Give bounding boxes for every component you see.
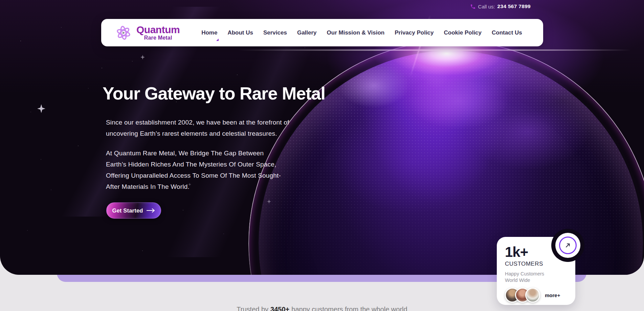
- star-field: [0, 0, 1, 1]
- customers-count-label: CUSTOMERS: [505, 261, 575, 267]
- nav-item-gallery[interactable]: Gallery: [297, 29, 317, 36]
- get-started-label: Get Started: [112, 207, 143, 214]
- nav-item-mission-vision[interactable]: Our Mission & Vision: [327, 29, 385, 36]
- arrow-right-icon: [147, 208, 155, 213]
- phone-number[interactable]: 234 567 7899: [497, 3, 531, 9]
- hero-paragraph-1: Since our establishment 2002, we have be…: [106, 117, 290, 139]
- brand-name: Quantum: [136, 25, 180, 35]
- nav-item-cookie-policy[interactable]: Cookie Policy: [444, 29, 482, 36]
- dropdown-caret-icon: [216, 39, 219, 41]
- navbar: Quantum Rare Metal Home About Us Service…: [101, 19, 543, 46]
- customer-avatar: [525, 288, 540, 303]
- nav-item-services[interactable]: Services: [263, 29, 287, 36]
- nav-item-label: Privacy Policy: [395, 29, 434, 36]
- nav-item-label: Gallery: [297, 29, 317, 36]
- get-started-button[interactable]: Get Started: [106, 202, 161, 219]
- hero-paragraph-2: At Quantum Rare Metal, We Bridge The Gap…: [106, 148, 284, 192]
- brand-tagline: Rare Metal: [144, 35, 172, 41]
- nav-item-contact-us[interactable]: Contact Us: [492, 29, 522, 36]
- nav-item-about-us[interactable]: About Us: [227, 29, 253, 36]
- nav-item-label: Our Mission & Vision: [327, 29, 385, 36]
- trusted-note: Trusted by3450+happy customers from the …: [0, 306, 644, 311]
- brand-logo[interactable]: Quantum Rare Metal: [114, 23, 180, 42]
- avatar-row: more+: [505, 288, 575, 303]
- nav-item-privacy-policy[interactable]: Privacy Policy: [395, 29, 434, 36]
- nav-item-label: Cookie Policy: [444, 29, 482, 36]
- nav-item-home[interactable]: Home: [201, 29, 217, 36]
- arrow-up-right-icon: [564, 242, 571, 249]
- brand-text: Quantum Rare Metal: [136, 25, 180, 41]
- nav-item-label: Home: [201, 29, 217, 36]
- nav-item-label: Contact Us: [492, 29, 522, 36]
- nav-item-label: About Us: [227, 29, 253, 36]
- more-customers-link[interactable]: more+: [545, 292, 560, 298]
- phone-icon: [470, 4, 476, 9]
- trusted-suffix: happy customers from the whole world: [291, 306, 407, 311]
- atom-logo-icon: [114, 23, 133, 42]
- page-title: Your Gateway to Rare Metal: [103, 83, 325, 104]
- call-us-bar: Call us: 234 567 7899: [470, 3, 531, 9]
- arrow-button-ring: [559, 237, 577, 254]
- scroll-arrow-button[interactable]: [555, 233, 580, 258]
- call-us-label: Call us:: [478, 4, 495, 9]
- trusted-count: 3450+: [270, 306, 289, 311]
- nav-menu: Home About Us Services Gallery Our Missi…: [201, 29, 522, 36]
- nav-item-label: Services: [263, 29, 287, 36]
- customers-subtext-line1: Happy Customers: [505, 271, 575, 277]
- page: Your Gateway to Rare Metal Since our est…: [0, 0, 644, 311]
- trusted-prefix: Trusted by: [237, 306, 268, 311]
- customers-subtext-line2: World Wide: [505, 277, 575, 284]
- customers-subtext: Happy Customers World Wide: [505, 271, 575, 284]
